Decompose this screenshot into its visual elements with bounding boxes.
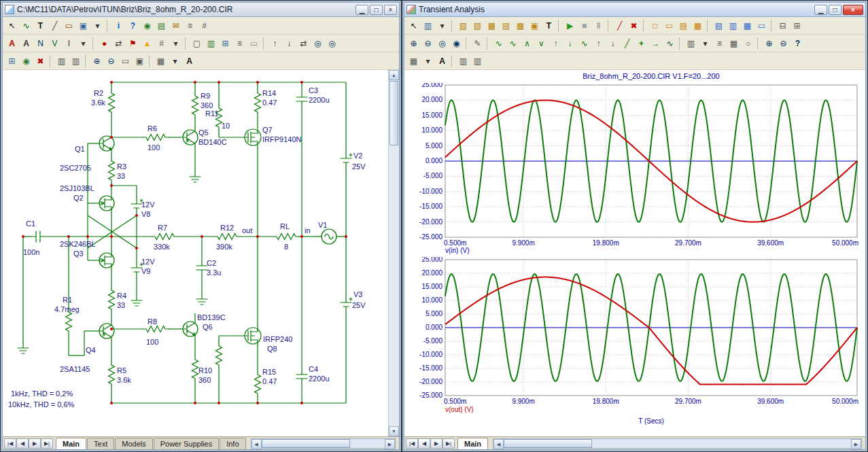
res-v-symbol[interactable] (255, 90, 261, 115)
component-label[interactable]: C4 (309, 365, 318, 373)
sine-symbol[interactable] (319, 229, 338, 244)
component-label[interactable]: R7 (158, 224, 167, 232)
go-to-y-button[interactable]: ∿ (506, 37, 520, 50)
copy-to-clipboard-button[interactable]: ▥ (456, 54, 470, 68)
component-label[interactable]: 12V (141, 258, 155, 266)
copy-page-button[interactable]: ▥ (54, 54, 69, 68)
add-part-button[interactable]: ⊞ (218, 37, 232, 50)
tab-text[interactable]: Text (87, 438, 114, 449)
baseline-toggle-button[interactable]: ▭ (754, 19, 769, 33)
cap-h-symbol[interactable] (31, 231, 45, 242)
tokens-button[interactable]: ▭ (662, 19, 676, 33)
component-label[interactable]: R4 (117, 292, 126, 300)
component-label[interactable]: C1 (26, 220, 35, 228)
single-plot-button[interactable]: ⊟ (776, 19, 790, 33)
properties-button[interactable]: ≡ (232, 37, 247, 50)
refresh-button[interactable]: ◉ (19, 54, 33, 68)
horizontal-scroll-track[interactable] (262, 439, 385, 448)
next-branch-button[interactable]: → (648, 37, 663, 50)
send-mail-button[interactable]: ✉ (169, 19, 183, 33)
paste-page-button[interactable]: ▥ (69, 54, 83, 68)
component-label[interactable]: C2 (207, 259, 216, 267)
res-v-symbol[interactable] (109, 288, 115, 312)
res-v-symbol[interactable] (255, 372, 261, 396)
border-toggle-button[interactable]: ▭ (247, 37, 261, 50)
cap-v-symbol[interactable] (296, 370, 307, 383)
last-tab-button[interactable]: ▶| (41, 438, 53, 449)
cap-v-symbol[interactable] (296, 92, 307, 106)
component-label[interactable]: BD139C (197, 313, 226, 321)
gnd-symbol[interactable] (131, 296, 142, 306)
find-button[interactable]: ◎ (311, 37, 325, 50)
res-v-symbol[interactable] (192, 357, 198, 381)
tab-power-supplies[interactable]: Power Supplies (154, 438, 219, 449)
horizontal-scroll-track[interactable] (504, 439, 851, 448)
global-low-button[interactable]: ↓ (606, 37, 620, 50)
batt-symbol[interactable] (341, 152, 352, 169)
component-label[interactable]: BD140C (198, 138, 227, 146)
res-v-symbol[interactable] (109, 90, 115, 115)
component-label[interactable]: 2200u (309, 96, 330, 104)
component-label[interactable]: 2SC2705 (60, 164, 91, 172)
component-label[interactable]: Q3 (73, 249, 84, 258)
horizontal-axis-grids-button[interactable]: ▤ (712, 19, 726, 33)
component-label[interactable]: R6 (147, 124, 157, 133)
step-up-button[interactable]: ↑ (268, 37, 282, 50)
valley-button[interactable]: ∨ (534, 37, 549, 50)
gnd-symbol[interactable] (18, 343, 29, 353)
zoom-out-cursor-button[interactable]: ⊖ (776, 37, 791, 50)
component-label[interactable]: R1 (63, 296, 72, 304)
animate-stop-button[interactable]: ✖ (627, 19, 641, 33)
find-next-button[interactable]: ◎ (325, 37, 339, 50)
info-button[interactable]: i (111, 19, 126, 33)
rectangle-mode-button[interactable]: ▭ (62, 19, 76, 33)
new-window-button[interactable]: ⊞ (5, 54, 19, 68)
run-button[interactable]: ▶ (563, 19, 577, 33)
font-button[interactable]: A (182, 54, 196, 68)
horizontal-tag-mode-button[interactable]: ▤ (499, 19, 513, 33)
component-label[interactable]: R5 (117, 366, 126, 375)
next-tab-button[interactable]: ▶ (430, 438, 442, 449)
grid-select-dropdown-button[interactable]: ▾ (168, 54, 182, 68)
cap-v-symbol[interactable] (196, 261, 207, 275)
component-label[interactable]: 3.6k (117, 376, 131, 384)
component-label[interactable]: R9 (201, 92, 210, 100)
npn-symbol[interactable] (181, 319, 198, 338)
step-down-button[interactable]: ↓ (282, 37, 296, 50)
watch-button[interactable]: ○ (741, 37, 755, 50)
zoom-in-button[interactable]: ⊕ (90, 54, 104, 68)
maximize-icon[interactable]: □ (370, 5, 383, 15)
component-label[interactable]: R15 (262, 368, 276, 376)
horizontal-scroll-thumb[interactable] (262, 439, 350, 448)
res-h-symbol[interactable] (143, 135, 168, 141)
point-tag-mode-button[interactable]: ▩ (485, 19, 499, 33)
low-button[interactable]: ↓ (563, 37, 577, 50)
tab-main[interactable]: Main (457, 438, 488, 449)
mirror-button[interactable]: ⇄ (296, 37, 311, 50)
zoom-out-button[interactable]: ⊖ (104, 54, 118, 68)
waveform-buffer-button[interactable]: ∿ (663, 37, 677, 50)
go-to-x-button[interactable]: ∿ (491, 37, 506, 50)
pages-dropdown-button[interactable]: ▾ (698, 37, 712, 50)
line-mode-button[interactable]: ╱ (48, 19, 62, 33)
scroll-left-icon[interactable]: ◀ (251, 439, 262, 449)
mos-symbol[interactable] (243, 128, 261, 147)
component-label[interactable]: 10kHz, THD = 0,6% (8, 400, 75, 408)
tab-main[interactable]: Main (56, 438, 86, 449)
prev-tab-button[interactable]: ◀ (418, 438, 430, 449)
design-report-button[interactable]: ▤ (154, 19, 169, 33)
component-label[interactable]: Q4 (86, 346, 96, 354)
clipboard-dropdown-button[interactable]: ▾ (435, 19, 449, 33)
slope-button[interactable]: ╱ (620, 37, 634, 50)
maximize-icon[interactable]: □ (829, 5, 841, 15)
stop-button[interactable]: ■ (577, 19, 591, 33)
schematic-drawing[interactable]: R23.6kR9360R140.47C32200uR6100R1110Q5BD1… (3, 70, 386, 425)
component-label[interactable]: in (305, 226, 311, 234)
scroll-right-icon[interactable]: ▶ (851, 439, 861, 449)
component-label[interactable]: 100 (147, 143, 160, 152)
picture-mode-button[interactable]: ▣ (76, 19, 90, 33)
first-tab-button[interactable]: |◀ (4, 438, 16, 449)
show-node-voltages-button[interactable]: V (48, 37, 62, 50)
scroll-down-icon[interactable]: ▼ (389, 426, 399, 436)
component-label[interactable]: R12 (220, 224, 234, 232)
